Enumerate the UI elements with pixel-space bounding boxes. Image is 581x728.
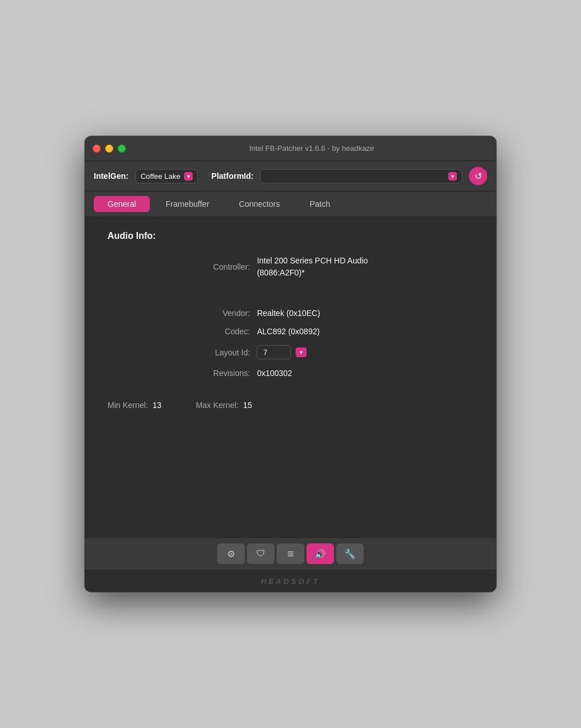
- app-window: Intel FB-Patcher v1.6.6 - by headkaze In…: [85, 136, 496, 592]
- audio-info-title: Audio Info:: [108, 231, 473, 241]
- vendor-value: Realtek (0x10EC): [257, 309, 473, 318]
- layout-id-arrow-icon[interactable]: ▾: [296, 347, 307, 357]
- revisions-value: 0x100302: [257, 369, 473, 378]
- tab-bar: General Framebuffer Connectors Patch: [85, 191, 496, 217]
- controller-label: Controller:: [108, 262, 257, 271]
- codec-label: Codec:: [108, 327, 257, 336]
- traffic-lights: [93, 145, 126, 153]
- layout-id-input[interactable]: [257, 345, 291, 359]
- main-content: Audio Info: Controller: Intel 200 Series…: [85, 217, 496, 537]
- info-grid: Controller: Intel 200 Series PCH HD Audi…: [108, 255, 473, 378]
- refresh-icon: ↺: [475, 171, 482, 182]
- main-toolbar: IntelGen: Coffee Lake ▾ PlatformId: ▾ ↺: [85, 161, 496, 191]
- tools-icon: 🔧: [344, 549, 356, 559]
- audio-icon: 🔊: [315, 549, 326, 559]
- tab-framebuffer[interactable]: Framebuffer: [152, 196, 223, 212]
- revisions-label: Revisions:: [108, 369, 257, 378]
- vendor-label: Vendor:: [108, 309, 257, 318]
- intel-gen-dropdown[interactable]: Coffee Lake ▾: [136, 169, 198, 183]
- minimize-button[interactable]: [105, 145, 113, 153]
- list-button[interactable]: ≡: [277, 543, 304, 564]
- codec-value: ALC892 (0x0892): [257, 327, 473, 336]
- shield-button[interactable]: 🛡: [247, 543, 274, 564]
- layout-id-label: Layout Id:: [108, 348, 257, 357]
- intel-gen-value: Coffee Lake: [141, 172, 181, 181]
- layout-id-row: ▾: [257, 345, 473, 359]
- refresh-button[interactable]: ↺: [469, 167, 487, 185]
- max-kernel-item: Max Kernel: 15: [196, 401, 252, 410]
- max-kernel-label: Max Kernel:: [196, 401, 238, 410]
- audio-button[interactable]: 🔊: [307, 543, 334, 564]
- platform-id-label: PlatformId:: [212, 171, 254, 181]
- close-button[interactable]: [93, 145, 101, 153]
- footer: HEADSOFT: [85, 570, 496, 592]
- window-title: Intel FB-Patcher v1.6.6 - by headkaze: [135, 144, 488, 153]
- max-kernel-value: 15: [243, 401, 252, 410]
- footer-brand: HEADSOFT: [261, 577, 320, 586]
- bottom-toolbar: ⚙ 🛡 ≡ 🔊 🔧: [85, 537, 496, 570]
- settings-button[interactable]: ⚙: [217, 543, 245, 564]
- min-kernel-value: 13: [153, 401, 162, 410]
- tab-general[interactable]: General: [94, 196, 150, 212]
- intel-gen-arrow[interactable]: ▾: [184, 172, 193, 181]
- title-bar: Intel FB-Patcher v1.6.6 - by headkaze: [85, 136, 496, 161]
- maximize-button[interactable]: [118, 145, 126, 153]
- min-kernel-label: Min Kernel:: [108, 401, 148, 410]
- min-kernel-item: Min Kernel: 13: [108, 401, 161, 410]
- tab-connectors[interactable]: Connectors: [225, 196, 294, 212]
- controller-value: Intel 200 Series PCH HD Audio (8086:A2F0…: [257, 255, 473, 279]
- kernel-row: Min Kernel: 13 Max Kernel: 15: [108, 401, 473, 410]
- settings-icon: ⚙: [227, 549, 235, 559]
- platform-id-dropdown[interactable]: ▾: [260, 169, 462, 183]
- tab-patch[interactable]: Patch: [296, 196, 344, 212]
- intel-gen-label: IntelGen:: [94, 171, 129, 181]
- shield-icon: 🛡: [256, 549, 265, 559]
- tools-button[interactable]: 🔧: [336, 543, 364, 564]
- list-icon: ≡: [287, 547, 294, 561]
- platform-id-arrow[interactable]: ▾: [448, 172, 457, 181]
